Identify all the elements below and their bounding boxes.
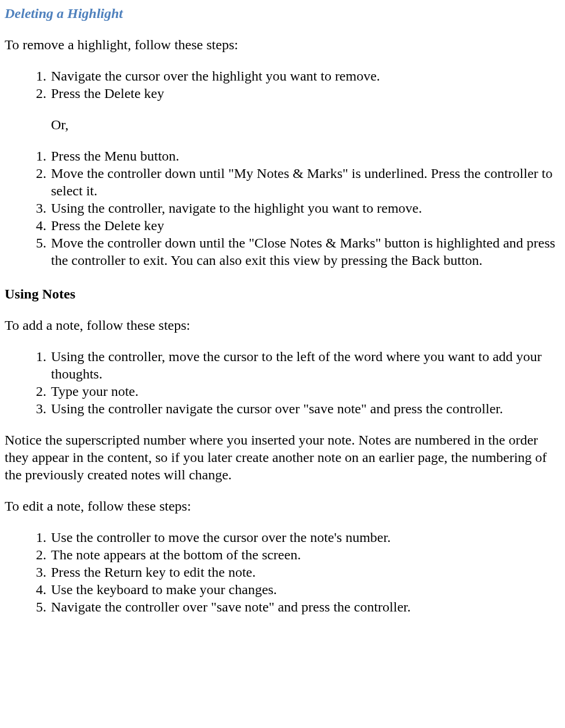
intro-paragraph-2: To add a note, follow these steps: (5, 316, 560, 334)
steps-list-3: Using the controller, move the cursor to… (5, 348, 560, 417)
list-item: Using the controller, navigate to the hi… (50, 199, 560, 217)
list-item: Navigate the cursor over the highlight y… (50, 67, 560, 85)
list-item: Use the keyboard to make your changes. (50, 581, 560, 598)
list-item: Press the Delete key (50, 217, 560, 234)
list-item: Move the controller down until "My Notes… (50, 165, 560, 199)
section-heading-deleting: Deleting a Highlight (5, 5, 560, 22)
subheading-using-notes: Using Notes (5, 285, 560, 303)
intro-paragraph-3: To edit a note, follow these steps: (5, 497, 560, 515)
intro-paragraph-1: To remove a highlight, follow these step… (5, 36, 560, 53)
list-item: Type your note. (50, 383, 560, 400)
list-item: Move the controller down until the "Clos… (50, 234, 560, 269)
list-item: Press the Menu button. (50, 147, 560, 165)
notice-paragraph: Notice the superscripted number where yo… (5, 431, 560, 483)
list-item: Use the controller to move the cursor ov… (50, 529, 560, 546)
list-item: Using the controller, move the cursor to… (50, 348, 560, 383)
steps-list-4: Use the controller to move the cursor ov… (5, 529, 560, 616)
list-item: The note appears at the bottom of the sc… (50, 546, 560, 563)
steps-list-2: Press the Menu button. Move the controll… (5, 147, 560, 269)
or-text: Or, (51, 116, 560, 133)
list-item-text: Press the Delete key (51, 86, 164, 101)
list-item: Press the Return key to edit the note. (50, 563, 560, 581)
steps-list-1: Navigate the cursor over the highlight y… (5, 67, 560, 133)
list-item: Navigate the controller over "save note"… (50, 598, 560, 616)
list-item: Using the controller navigate the cursor… (50, 400, 560, 417)
list-item: Press the Delete key Or, (50, 85, 560, 133)
